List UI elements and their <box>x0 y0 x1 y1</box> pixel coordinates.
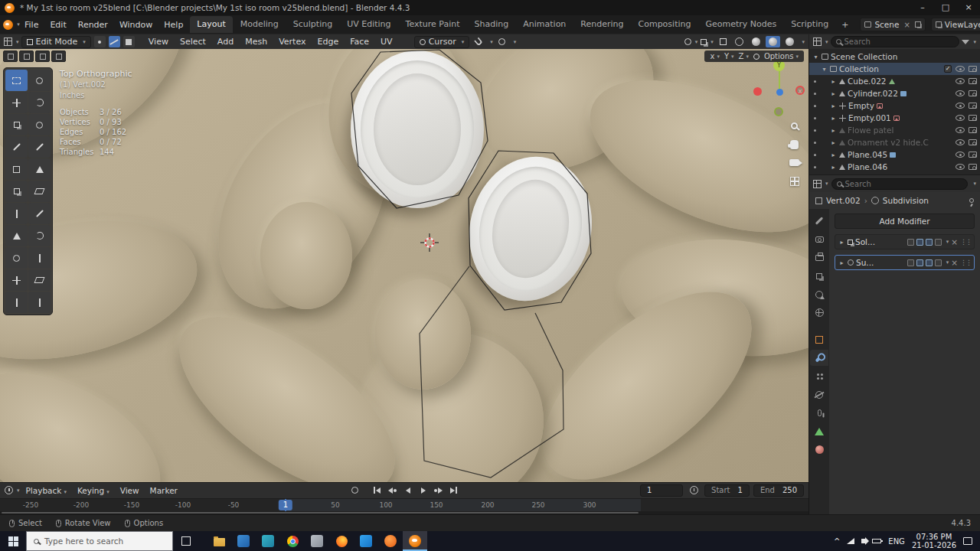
drag-handle-icon[interactable]: ⋮⋮ <box>960 259 971 266</box>
chevron-down-icon[interactable]: ▾ <box>514 39 517 45</box>
tool-annotate[interactable] <box>5 136 28 158</box>
tab-view-layer[interactable] <box>810 268 828 284</box>
next-keyframe-button[interactable] <box>431 484 446 497</box>
pan-button[interactable] <box>788 138 801 151</box>
tool-cursor[interactable] <box>28 70 51 91</box>
render-camera-icon[interactable] <box>969 152 977 158</box>
taskbar-app-gray[interactable] <box>305 531 329 551</box>
hide-eye-icon[interactable] <box>956 66 965 72</box>
drag-handle-icon[interactable]: ⋮⋮ <box>960 238 971 246</box>
shading-material-button[interactable] <box>766 36 780 47</box>
outliner-editor-type-button[interactable]: ▾ <box>813 36 828 48</box>
taskbar-clock[interactable]: 07:36 PM 21-01-2026 <box>912 533 956 549</box>
start-frame-field[interactable]: Start1 <box>704 484 750 497</box>
viewlayer-selector[interactable]: ViewLayer + <box>931 18 980 31</box>
xray-toggle-button[interactable] <box>716 36 730 48</box>
outliner-row-object-hidden[interactable]: ▸ Ornament v2 hide.C <box>809 136 980 148</box>
menu-uv[interactable]: UV <box>376 35 397 48</box>
workspace-tab-animation[interactable]: Animation <box>516 16 573 33</box>
tab-tool[interactable] <box>810 213 828 229</box>
scrollbar-thumb[interactable] <box>2 512 639 514</box>
menu-marker[interactable]: Marker <box>145 484 182 497</box>
tab-constraints[interactable] <box>810 405 828 421</box>
menu-file[interactable]: File <box>19 18 44 32</box>
properties-search[interactable] <box>831 178 969 190</box>
chevron-right-icon[interactable]: ▸ <box>830 115 837 122</box>
hide-eye-icon[interactable] <box>956 115 965 121</box>
render-camera-icon[interactable] <box>969 78 977 84</box>
workspace-tab-layout[interactable]: Layout <box>190 16 232 33</box>
show-overlays-button[interactable]: ▾ <box>700 36 714 48</box>
menu-view[interactable]: View <box>144 35 173 48</box>
chevron-down-icon[interactable]: ▾ <box>812 54 819 60</box>
play-reverse-button[interactable] <box>400 484 415 497</box>
tab-render[interactable] <box>810 231 828 247</box>
perspective-toggle-button[interactable] <box>788 174 801 187</box>
snap-button[interactable] <box>472 36 485 48</box>
end-frame-field[interactable]: End250 <box>753 484 804 497</box>
oval-plate-2[interactable] <box>454 144 606 315</box>
language-indicator[interactable]: ENG <box>888 537 905 546</box>
mirror-y-toggle[interactable]: Y▾ <box>724 52 734 60</box>
pin-icon[interactable] <box>969 198 974 203</box>
workspace-tab-sculpting[interactable]: Sculpting <box>286 16 339 33</box>
workspace-tab-geometry-nodes[interactable]: Geometry Nodes <box>698 16 783 33</box>
tool-smooth[interactable] <box>5 247 28 269</box>
chevron-right-icon[interactable]: ▸ <box>830 152 837 158</box>
display-cage-toggle[interactable] <box>935 259 942 266</box>
hide-eye-icon[interactable] <box>956 164 965 170</box>
x-axis-handle[interactable]: X <box>795 86 805 95</box>
menu-add[interactable]: Add <box>213 35 238 48</box>
hide-eye-icon[interactable] <box>956 139 965 145</box>
workspace-tab-texture-paint[interactable]: Texture Paint <box>399 16 467 33</box>
shading-rendered-button[interactable] <box>782 36 797 47</box>
battery-icon[interactable] <box>872 539 881 543</box>
properties-search-input[interactable] <box>845 180 963 188</box>
taskbar-app-teal[interactable] <box>256 531 280 551</box>
x-neg-handle[interactable] <box>753 87 762 96</box>
menu-render[interactable]: Render <box>73 18 113 32</box>
hide-eye-icon[interactable] <box>956 103 965 109</box>
add-modifier-button[interactable]: Add Modifier <box>835 214 975 229</box>
breadcrumb-modifier[interactable]: Subdivision <box>883 196 929 205</box>
mode-dropdown[interactable]: Edit Mode ▾ <box>21 36 91 48</box>
taskbar-app-blue[interactable] <box>231 531 256 551</box>
tab-scene[interactable] <box>810 286 828 302</box>
tool-extrude-region[interactable] <box>28 158 51 180</box>
workspace-tab-scripting[interactable]: Scripting <box>784 16 835 33</box>
menu-playback[interactable]: Playback▾ <box>21 484 71 497</box>
chevron-right-icon[interactable]: ▸ <box>830 90 837 97</box>
display-render-toggle[interactable] <box>926 259 933 266</box>
hide-eye-icon[interactable] <box>956 127 965 133</box>
jump-to-start-button[interactable] <box>370 484 384 497</box>
tool-rip-edge[interactable] <box>28 292 51 313</box>
workspace-tab-compositing[interactable]: Compositing <box>632 16 698 33</box>
workspace-tab-rendering[interactable]: Rendering <box>573 16 630 33</box>
taskbar-app-orange[interactable] <box>378 531 403 551</box>
display-realtime-toggle[interactable] <box>916 259 923 266</box>
taskbar-firefox[interactable] <box>329 531 354 551</box>
tool-scale[interactable] <box>5 114 28 135</box>
vertex-select-button[interactable] <box>94 36 106 47</box>
remove-modifier-icon[interactable]: × <box>951 258 958 267</box>
timeline-ruler[interactable]: -250 -200 -150 -100 -50 50 100 150 200 2… <box>0 498 808 512</box>
outliner-filter-button[interactable]: ▾ <box>962 36 976 48</box>
camera-view-button[interactable] <box>788 156 801 169</box>
tray-expand-chevron[interactable]: ^ <box>834 537 840 546</box>
chevron-right-icon[interactable]: ▸ <box>830 127 837 134</box>
blender-menu-button[interactable]: ▾ <box>5 18 18 31</box>
menu-select[interactable]: Select <box>175 35 211 48</box>
show-gizmo-button[interactable]: ▾ <box>684 36 697 48</box>
tab-physics[interactable] <box>810 386 828 403</box>
outliner-search[interactable] <box>831 36 960 47</box>
workspace-tab-modeling[interactable]: Modeling <box>234 16 286 33</box>
render-camera-icon[interactable] <box>969 90 977 96</box>
tool-rip-region[interactable] <box>5 292 28 313</box>
chevron-down-icon[interactable]: ▾ <box>973 181 976 187</box>
tool-loop-cut[interactable] <box>5 203 28 224</box>
hide-eye-icon[interactable] <box>956 152 965 158</box>
tool-fallback-button[interactable] <box>51 51 66 62</box>
menu-help[interactable]: Help <box>158 18 188 32</box>
outliner-row-object[interactable]: ▸ Plane.045 <box>809 148 980 161</box>
tool-knife[interactable] <box>28 203 51 224</box>
